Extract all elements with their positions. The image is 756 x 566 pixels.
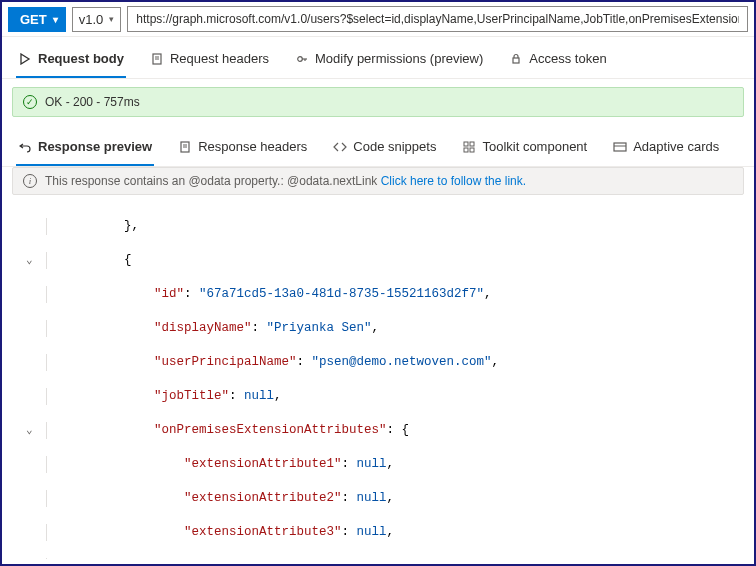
tab-label: Toolkit component xyxy=(482,139,587,154)
success-icon: ✓ xyxy=(23,95,37,109)
tab-request-body[interactable]: Request body xyxy=(16,45,126,78)
http-method-dropdown[interactable]: GET ▾ xyxy=(8,7,66,32)
tab-code-snippets[interactable]: Code snippets xyxy=(331,133,438,166)
tab-toolkit-component[interactable]: Toolkit component xyxy=(460,133,589,166)
tab-label: Code snippets xyxy=(353,139,436,154)
undo-icon xyxy=(18,140,32,154)
play-icon xyxy=(18,52,32,66)
card-icon xyxy=(613,140,627,154)
tab-label: Response preview xyxy=(38,139,152,154)
response-json-viewer[interactable]: }, ⌄ { "id": "67a71cd5-13a0-481d-8735-15… xyxy=(12,199,744,559)
follow-link[interactable]: Click here to follow the link. xyxy=(381,174,526,188)
tab-label: Request headers xyxy=(170,51,269,66)
json-line: "userPrincipalName": "psen@demo.netwoven… xyxy=(12,354,744,371)
tab-adaptive-cards[interactable]: Adaptive cards xyxy=(611,133,721,166)
key-icon xyxy=(295,52,309,66)
json-line: }, xyxy=(12,218,744,235)
status-text: OK - 200 - 757ms xyxy=(45,95,140,109)
info-prefix: This response contains an @odata propert… xyxy=(45,174,381,188)
info-text: This response contains an @odata propert… xyxy=(45,174,526,188)
svg-rect-12 xyxy=(464,148,468,152)
json-line: "jobTitle": null, xyxy=(12,388,744,405)
svg-rect-11 xyxy=(470,142,474,146)
api-version-dropdown[interactable]: v1.0 ▾ xyxy=(72,7,122,32)
tab-modify-permissions[interactable]: Modify permissions (preview) xyxy=(293,45,485,78)
code-icon xyxy=(333,140,347,154)
lock-icon xyxy=(509,52,523,66)
json-line: ⌄ { xyxy=(12,252,744,269)
tab-request-headers[interactable]: Request headers xyxy=(148,45,271,78)
tab-label: Modify permissions (preview) xyxy=(315,51,483,66)
tab-label: Adaptive cards xyxy=(633,139,719,154)
svg-rect-10 xyxy=(464,142,468,146)
request-tabs: Request body Request headers Modify perm… xyxy=(2,37,754,79)
response-tabs: Response preview Response headers Code s… xyxy=(2,125,754,167)
json-line: "extensionAttribute2": null, xyxy=(12,490,744,507)
api-version-label: v1.0 xyxy=(79,12,104,27)
tab-label: Access token xyxy=(529,51,606,66)
tab-response-headers[interactable]: Response headers xyxy=(176,133,309,166)
svg-rect-6 xyxy=(513,58,519,63)
http-method-label: GET xyxy=(20,12,47,27)
component-icon xyxy=(462,140,476,154)
document-icon xyxy=(150,52,164,66)
tab-label: Response headers xyxy=(198,139,307,154)
json-line: "extensionAttribute3": null, xyxy=(12,524,744,541)
tab-label: Request body xyxy=(38,51,124,66)
json-line: "displayName": "Priyanka Sen", xyxy=(12,320,744,337)
document-icon xyxy=(178,140,192,154)
chevron-down-icon: ▾ xyxy=(53,14,58,25)
fold-toggle-icon[interactable]: ⌄ xyxy=(26,252,33,269)
odata-info-bar: i This response contains an @odata prope… xyxy=(12,167,744,195)
json-line: "extensionAttribute4": null, xyxy=(12,558,744,559)
json-line: "id": "67a71cd5-13a0-481d-8735-15521163d… xyxy=(12,286,744,303)
svg-rect-13 xyxy=(470,148,474,152)
json-line: ⌄ "onPremisesExtensionAttributes": { xyxy=(12,422,744,439)
status-bar: ✓ OK - 200 - 757ms xyxy=(12,87,744,117)
request-url-input[interactable] xyxy=(127,6,748,32)
json-line: "extensionAttribute1": null, xyxy=(12,456,744,473)
chevron-down-icon: ▾ xyxy=(109,14,114,24)
info-icon: i xyxy=(23,174,37,188)
query-toolbar: GET ▾ v1.0 ▾ xyxy=(2,2,754,37)
svg-point-3 xyxy=(298,56,303,61)
fold-toggle-icon[interactable]: ⌄ xyxy=(26,422,33,439)
tab-access-token[interactable]: Access token xyxy=(507,45,608,78)
tab-response-preview[interactable]: Response preview xyxy=(16,133,154,166)
svg-rect-14 xyxy=(614,143,626,151)
